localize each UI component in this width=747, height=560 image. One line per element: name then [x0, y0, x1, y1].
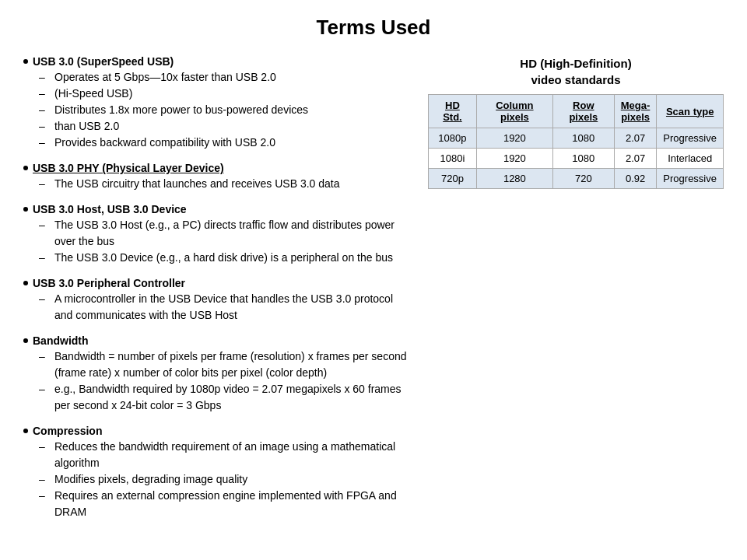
term-sub-list: A microcontroller in the USB Device that…	[39, 291, 412, 324]
bullet-dot	[23, 59, 28, 64]
term-sub-item: Distributes 1.8x more power to bus-power…	[39, 102, 412, 118]
term-item-bandwidth: BandwidthBandwidth = number of pixels pe…	[23, 334, 412, 414]
hd-col-header-3: Mega-pixels	[614, 95, 657, 128]
bullet-dot	[23, 207, 28, 212]
term-title: Bandwidth	[23, 334, 412, 347]
term-sub-item: The USB circuitry that launches and rece…	[39, 176, 412, 192]
hd-cell-col_pixels: 1280	[476, 169, 552, 189]
term-item-usb30: USB 3.0 (SuperSpeed USB)Operates at 5 Gb…	[23, 55, 412, 151]
term-sub-item: Modifies pixels, degrading image quality	[39, 471, 412, 488]
term-sub-list: Reduces the bandwidth requirement of an …	[39, 439, 412, 520]
hd-cell-mega: 2.07	[614, 149, 657, 169]
hd-col-header-0: HD Std.	[429, 95, 477, 128]
hd-table-title: HD (High-Definition) video standards	[428, 55, 724, 88]
hd-table-row: 1080p192010802.07Progressive	[429, 128, 724, 149]
term-sub-list: Operates at 5 Gbps—10x faster than USB 2…	[39, 69, 412, 151]
term-sub-item: A microcontroller in the USB Device that…	[39, 291, 412, 324]
hd-col-header-1: Column pixels	[476, 95, 552, 128]
term-sub-item: Requires an external compression engine …	[39, 488, 412, 520]
term-sub-list: The USB 3.0 Host (e.g., a PC) directs tr…	[39, 217, 412, 266]
hd-cell-scan: Progressive	[657, 128, 724, 149]
term-sub-item: e.g., Bandwidth required by 1080p video …	[39, 381, 412, 414]
hd-cell-scan: Progressive	[657, 169, 724, 189]
term-title: USB 3.0 Peripheral Controller	[23, 277, 412, 289]
hd-table-row: 720p12807200.92Progressive	[429, 169, 724, 189]
page-title: Terms Used	[23, 16, 724, 40]
hd-cell-row_pixels: 720	[552, 169, 614, 189]
term-item-compression: CompressionReduces the bandwidth require…	[23, 425, 412, 520]
term-sub-list: The USB circuitry that launches and rece…	[39, 176, 412, 192]
hd-cell-scan: Interlaced	[657, 149, 724, 169]
term-sub-item: Bandwidth = number of pixels per frame (…	[39, 348, 412, 381]
hd-col-header-4: Scan type	[657, 95, 724, 128]
term-title: USB 3.0 PHY (Physical Layer Device)	[23, 162, 412, 174]
term-title: USB 3.0 (SuperSpeed USB)	[23, 55, 412, 68]
hd-cell-row_pixels: 1080	[552, 149, 614, 169]
right-content: HD (High-Definition) video standards HD …	[428, 55, 724, 189]
hd-cell-col_pixels: 1920	[476, 128, 552, 149]
term-sub-item: Provides backward compatibility with USB…	[39, 135, 412, 151]
left-content: USB 3.0 (SuperSpeed USB)Operates at 5 Gb…	[23, 55, 412, 531]
content-wrapper: USB 3.0 (SuperSpeed USB)Operates at 5 Gb…	[23, 55, 724, 531]
term-title: USB 3.0 Host, USB 3.0 Device	[23, 203, 412, 215]
term-sub-item: than USB 2.0	[39, 118, 412, 135]
term-item-usb30peripheral: USB 3.0 Peripheral ControllerA microcont…	[23, 277, 412, 324]
hd-cell-std: 1080p	[429, 128, 477, 149]
term-item-usb30phy: USB 3.0 PHY (Physical Layer Device)The U…	[23, 162, 412, 192]
term-sub-item: Operates at 5 Gbps—10x faster than USB 2…	[39, 69, 412, 86]
hd-cell-mega: 2.07	[614, 128, 657, 149]
hd-cell-mega: 0.92	[614, 169, 657, 189]
hd-table: HD Std.Column pixelsRow pixelsMega-pixel…	[428, 94, 724, 189]
bullet-dot	[23, 166, 28, 170]
bullet-dot	[23, 281, 28, 285]
term-sub-item: The USB 3.0 Host (e.g., a PC) directs tr…	[39, 217, 412, 250]
term-sub-list: Bandwidth = number of pixels per frame (…	[39, 348, 412, 414]
hd-table-row: 1080i192010802.07Interlaced	[429, 149, 724, 169]
hd-col-header-2: Row pixels	[552, 95, 614, 128]
term-sub-item: (Hi-Speed USB)	[39, 86, 412, 102]
term-sub-item: Reduces the bandwidth requirement of an …	[39, 439, 412, 471]
term-title: Compression	[23, 425, 412, 437]
term-item-usb30host: USB 3.0 Host, USB 3.0 DeviceThe USB 3.0 …	[23, 203, 412, 266]
hd-cell-row_pixels: 1080	[552, 128, 614, 149]
hd-cell-std: 720p	[429, 169, 477, 189]
bullet-dot	[23, 429, 28, 433]
terms-list: USB 3.0 (SuperSpeed USB)Operates at 5 Gb…	[23, 55, 412, 520]
term-sub-item: The USB 3.0 Device (e.g., a hard disk dr…	[39, 250, 412, 266]
hd-cell-std: 1080i	[429, 149, 477, 169]
hd-cell-col_pixels: 1920	[476, 149, 552, 169]
bullet-dot	[23, 338, 28, 343]
